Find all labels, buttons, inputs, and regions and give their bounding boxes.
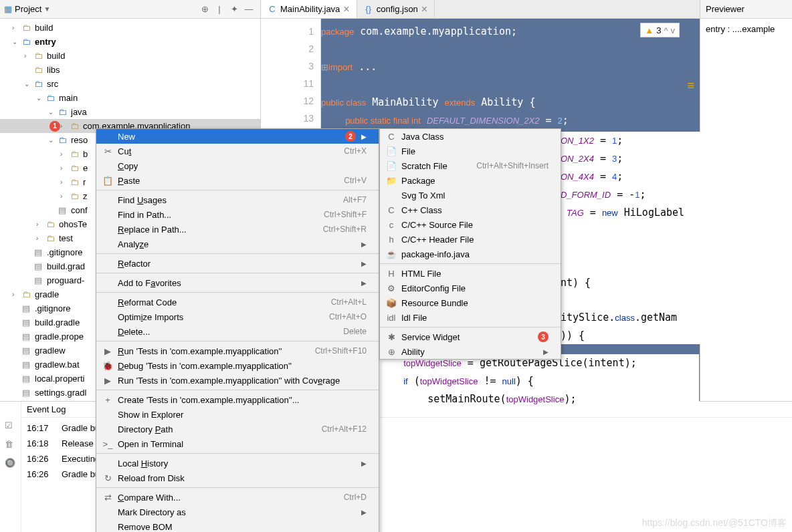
folder-icon: 🗀 [68, 121, 80, 132]
menu-item[interactable]: Remove BOM [96, 519, 379, 532]
context-menu[interactable]: New2▶✂CutCtrl+XCopy📋PasteCtrl+VFind Usag… [96, 128, 379, 532]
menu-item[interactable]: Copy [96, 158, 379, 173]
menu-item[interactable]: ✂CutCtrl+X [96, 144, 379, 158]
previewer-panel: Previewer entry : ....example [700, 0, 792, 401]
minimize-icon[interactable]: — [243, 3, 255, 15]
new-submenu[interactable]: CJava Class📄File📄Scratch FileCtrl+Alt+Sh… [379, 128, 561, 360]
menu-icon: ✱ [385, 331, 397, 342]
file-icon: C [268, 5, 277, 14]
folder-icon: 🗀 [68, 191, 80, 202]
menu-separator [380, 327, 561, 327]
menu-icon [102, 311, 114, 322]
menu-item[interactable]: ⇄Compare With...Ctrl+D [96, 490, 379, 505]
menu-item[interactable]: >_Open in Terminal [96, 436, 379, 451]
file-icon: ▤ [20, 388, 32, 398]
menu-icon [102, 209, 114, 220]
check-icon[interactable]: ☑ [5, 420, 17, 432]
menu-item[interactable]: hC/C++ Header File [380, 232, 561, 247]
file-icon: ▤ [56, 205, 68, 216]
menu-item[interactable]: New2▶ [96, 129, 379, 144]
file-icon: ▤ [20, 331, 32, 342]
tree-item[interactable]: ⌄🗀entry [0, 35, 260, 49]
menu-item[interactable]: Directory PathCtrl+Alt+F12 [96, 422, 379, 436]
menu-item[interactable]: 📦Resource Bundle [380, 295, 561, 310]
tree-item[interactable]: ⌄🗀main [0, 91, 260, 105]
file-icon: ▤ [20, 317, 32, 328]
folder-blue-icon: 🗀 [56, 107, 68, 118]
menu-item[interactable]: Mark Directory as▶ [96, 505, 379, 519]
chevron-up-icon[interactable]: ^ [664, 25, 668, 35]
menu-item[interactable]: Find UsagesAlt+F7 [96, 192, 379, 207]
menu-icon [102, 521, 114, 532]
menu-item[interactable]: ▶Run 'Tests in 'com.example.myapplicatio… [96, 344, 379, 358]
folder-icon: 🗀 [68, 177, 80, 188]
menu-item[interactable]: HHTML File [380, 266, 561, 281]
menu-item[interactable]: Analyze▶ [96, 237, 379, 251]
menu-item[interactable]: 🐞Debug 'Tests in 'com.example.myapplicat… [96, 358, 379, 373]
watermark: https://blog.csdn.net/@51CTO博客 [642, 517, 787, 529]
menu-icon [102, 326, 114, 337]
folder-icon: 🗀 [68, 163, 80, 174]
editor-tabs: CMainAbility.java×{}config.json× [261, 0, 700, 19]
close-icon[interactable]: × [421, 3, 427, 15]
menu-item[interactable]: ▶Run 'Tests in 'com.example.myapplicatio… [96, 373, 379, 388]
menu-separator [96, 253, 379, 254]
menu-item[interactable]: CC++ Class [380, 203, 561, 217]
menu-item[interactable]: ⚙EditorConfig File [380, 281, 561, 295]
menu-item[interactable]: 📄File [380, 144, 561, 158]
warnings-indicator[interactable]: ▲ 3 ^ v [640, 23, 680, 37]
menu-item[interactable]: Delete...Delete [96, 324, 379, 339]
trash-icon[interactable]: 🗑 [5, 439, 17, 451]
target-icon[interactable]: ⊕ [199, 3, 211, 15]
warning-icon: ▲ [645, 25, 654, 35]
menu-item[interactable]: ✱Service Widget3 [380, 329, 561, 344]
menu-item[interactable]: 📁Package [380, 173, 561, 188]
file-icon: ▤ [32, 247, 44, 258]
menu-item[interactable]: CJava Class [380, 129, 561, 144]
chevron-down-icon[interactable]: v [671, 25, 676, 35]
menu-item[interactable]: Replace in Path...Ctrl+Shift+R [96, 222, 379, 237]
tree-item[interactable]: ›🗀build [0, 49, 260, 63]
menu-item[interactable]: Svg To Xml [380, 188, 561, 203]
file-icon: ▤ [20, 360, 32, 370]
menu-icon [102, 160, 114, 171]
file-icon: {} [364, 5, 373, 14]
menu-item[interactable]: cC/C++ Source File [380, 217, 561, 232]
menu-item[interactable]: ☕package-info.java [380, 247, 561, 261]
project-title[interactable]: Project [15, 4, 41, 14]
badge: 3 [538, 331, 549, 342]
tree-item[interactable]: ⌄🗀java [0, 105, 260, 119]
line-number: 13 [261, 110, 320, 127]
menu-item[interactable]: idlIdl File [380, 310, 561, 325]
menu-item[interactable]: Show in Explorer [96, 407, 379, 422]
menu-item[interactable]: ↻Reload from Disk [96, 471, 379, 485]
menu-icon [102, 277, 114, 288]
badge: 2 [345, 131, 356, 142]
menu-item[interactable]: Optimize ImportsCtrl+Alt+O [96, 309, 379, 324]
tree-item[interactable]: ›🗀build [0, 21, 260, 35]
close-icon[interactable]: × [343, 3, 349, 15]
menu-item[interactable]: Local History▶ [96, 456, 379, 471]
line-number: 12 [261, 92, 320, 110]
menu-item[interactable]: Add to Favorites▶ [96, 275, 379, 290]
menu-icon [102, 409, 114, 420]
editor-tab[interactable]: {}config.json× [357, 0, 435, 18]
menu-item[interactable]: Reformat CodeCtrl+Alt+L [96, 295, 379, 309]
line-number: 3 [261, 57, 320, 75]
menu-item[interactable]: Refactor▶ [96, 256, 379, 271]
tree-item[interactable]: ⌄🗀src [0, 77, 260, 91]
dropdown-icon[interactable]: ▼ [43, 5, 50, 13]
menu-item[interactable]: Find in Path...Ctrl+Shift+F [96, 207, 379, 222]
editor-tab[interactable]: CMainAbility.java× [261, 0, 357, 18]
menu-item[interactable]: +Create 'Tests in 'com.example.myapplica… [96, 392, 379, 407]
indicator-icon: ≡ [687, 79, 694, 93]
menu-item[interactable]: ⊕Ability▶ [380, 344, 561, 359]
settings-icon[interactable]: ✦ [228, 3, 240, 15]
menu-item[interactable]: 📄Scratch FileCtrl+Alt+Shift+Insert [380, 158, 561, 173]
menu-icon [385, 190, 397, 201]
event-log-toolbar: ☑ 🗑 🔘 [0, 402, 21, 532]
tree-item[interactable]: 🗀libs [0, 63, 260, 77]
menu-item[interactable]: 📋PasteCtrl+V [96, 173, 379, 188]
settings-icon[interactable]: 🔘 [5, 458, 17, 470]
menu-separator [96, 390, 379, 390]
